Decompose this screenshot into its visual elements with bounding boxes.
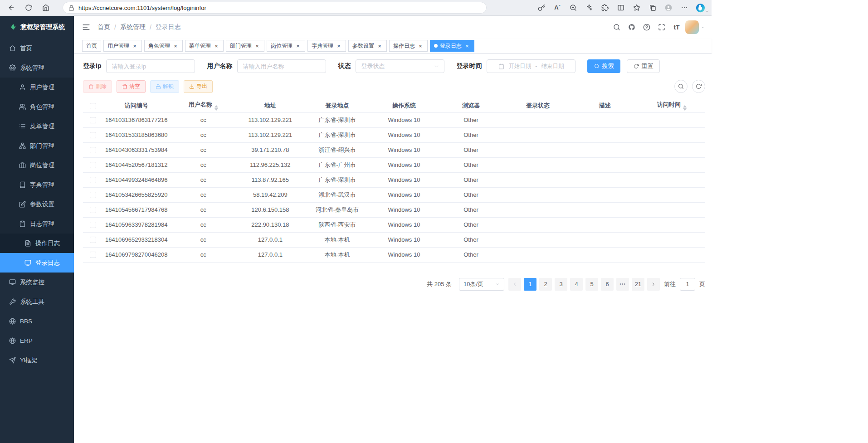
tab-5[interactable]: 岗位管理×: [267, 40, 305, 52]
sidebar-item-10[interactable]: 操作日志: [0, 234, 74, 253]
table-row[interactable]: 1641069652933218304cc127.0.0.1本地-本机Windo…: [83, 232, 705, 247]
copilot-button[interactable]: [693, 1, 707, 14]
column-header[interactable]: 操作系统: [371, 99, 438, 112]
split-screen-button[interactable]: [614, 1, 628, 14]
tab-7[interactable]: 参数设置×: [348, 40, 387, 52]
browser-home-button[interactable]: [39, 1, 53, 14]
row-checkbox[interactable]: [90, 132, 96, 138]
sidebar-item-8[interactable]: 参数设置: [0, 195, 74, 214]
extensions-button[interactable]: [598, 1, 612, 14]
refresh-list-button[interactable]: [692, 80, 705, 93]
translate-button[interactable]: [582, 1, 596, 14]
sidebar-item-14[interactable]: BBS: [0, 312, 74, 331]
menu-fold-icon[interactable]: [82, 23, 90, 31]
row-checkbox[interactable]: [90, 192, 96, 198]
row-checkbox[interactable]: [90, 162, 96, 168]
more-pages-button[interactable]: •••: [616, 278, 629, 291]
page-5-button[interactable]: 5: [585, 278, 598, 291]
refresh-button[interactable]: [22, 1, 35, 14]
tab-1[interactable]: 用户管理×: [103, 40, 142, 52]
prev-page-button[interactable]: [508, 278, 521, 291]
tab-2[interactable]: 角色管理×: [144, 40, 183, 52]
login-ip-input[interactable]: [106, 59, 195, 73]
page-1-button[interactable]: 1: [524, 278, 536, 291]
sidebar-item-16[interactable]: Yi框架: [0, 351, 74, 370]
search-button[interactable]: [611, 21, 623, 34]
delete-button[interactable]: 删除: [83, 80, 112, 93]
collections-button[interactable]: [646, 1, 659, 14]
sidebar-item-0[interactable]: 首页: [0, 39, 74, 58]
sidebar-item-1[interactable]: 系统管理: [0, 58, 74, 78]
address-bar[interactable]: https://ccnetcore.com:1101/system/log/lo…: [63, 2, 487, 14]
table-row[interactable]: 1641031533185863680cc113.102.129.221广东省-…: [83, 127, 705, 142]
row-checkbox[interactable]: [90, 147, 96, 153]
row-checkbox[interactable]: [90, 237, 96, 243]
page-6-button[interactable]: 6: [601, 278, 614, 291]
table-row[interactable]: 1641059633978281984cc222.90.130.18陕西省-西安…: [83, 217, 705, 232]
sidebar-item-9[interactable]: 日志管理: [0, 214, 74, 234]
sidebar-item-11[interactable]: 登录日志: [0, 253, 74, 273]
clear-button[interactable]: 清空: [117, 80, 146, 93]
page-size-select[interactable]: 10条/页: [459, 278, 504, 291]
tab-9[interactable]: 登录日志×: [430, 40, 474, 52]
more-button[interactable]: [678, 1, 691, 14]
column-header[interactable]: 访问编号: [103, 99, 170, 112]
sidebar-item-3[interactable]: 角色管理: [0, 97, 74, 117]
table-row[interactable]: 1641044993248464896cc113.87.92.165广东省-深圳…: [83, 172, 705, 187]
tab-close-icon[interactable]: ×: [376, 43, 383, 49]
table-row[interactable]: 1641031367863177216cc113.102.129.221广东省-…: [83, 112, 705, 127]
column-header[interactable]: 登录状态: [504, 99, 571, 112]
github-button[interactable]: [626, 21, 638, 34]
breadcrumb-item-home[interactable]: 首页: [98, 23, 110, 31]
column-header[interactable]: 登录地点: [304, 99, 371, 112]
sidebar-item-2[interactable]: 用户管理: [0, 78, 74, 97]
tab-8[interactable]: 操作日志×: [389, 40, 428, 52]
page-21-button[interactable]: 21: [632, 278, 644, 291]
table-row[interactable]: 1641053426655825920cc58.19.42.209湖北省-武汉市…: [83, 187, 705, 202]
row-checkbox[interactable]: [90, 252, 96, 258]
sidebar-item-6[interactable]: 岗位管理: [0, 156, 74, 175]
tab-close-icon[interactable]: ×: [254, 43, 260, 49]
column-header[interactable]: 访问时间: [638, 99, 705, 112]
table-row[interactable]: 1641054566717984768cc120.6.150.158河北省-秦皇…: [83, 202, 705, 217]
column-header[interactable]: 用户名称: [170, 99, 237, 112]
tab-0[interactable]: 首页: [82, 40, 101, 52]
fullscreen-button[interactable]: [656, 21, 668, 34]
tab-6[interactable]: 字典管理×: [307, 40, 346, 52]
question-button[interactable]: [641, 21, 653, 34]
user-menu[interactable]: [685, 20, 705, 34]
zoom-out-button[interactable]: [566, 1, 580, 14]
table-row[interactable]: 1641069798270046208cc127.0.0.1本地-本机Windo…: [83, 247, 705, 262]
sidebar-item-13[interactable]: 系统工具: [0, 292, 74, 312]
reset-button[interactable]: 重置: [627, 59, 660, 73]
row-checkbox[interactable]: [90, 177, 96, 183]
table-row[interactable]: 1641044520567181312cc112.96.225.132广东省-广…: [83, 157, 705, 172]
tab-close-icon[interactable]: ×: [213, 43, 219, 49]
page-2-button[interactable]: 2: [539, 278, 552, 291]
select-all-checkbox[interactable]: [90, 103, 96, 109]
table-row[interactable]: 1641043063331753984cc39.171.210.78浙江省-绍兴…: [83, 142, 705, 157]
next-page-button[interactable]: [647, 278, 660, 291]
read-aloud-button[interactable]: A”: [551, 1, 564, 14]
page-4-button[interactable]: 4: [570, 278, 583, 291]
row-checkbox[interactable]: [90, 117, 96, 123]
profile-button[interactable]: [662, 1, 675, 14]
key-button[interactable]: [535, 1, 548, 14]
tab-3[interactable]: 菜单管理×: [185, 40, 224, 52]
column-header[interactable]: 地址: [237, 99, 304, 112]
sidebar-item-7[interactable]: 字典管理: [0, 175, 74, 195]
sidebar-item-4[interactable]: 菜单管理: [0, 117, 74, 136]
sidebar-item-5[interactable]: 部门管理: [0, 136, 74, 156]
tab-close-icon[interactable]: ×: [417, 43, 424, 49]
sidebar-item-15[interactable]: ERP: [0, 331, 74, 351]
back-button[interactable]: [5, 1, 18, 14]
export-button[interactable]: 导出: [184, 80, 213, 93]
search-button[interactable]: 搜索: [587, 59, 620, 73]
tab-close-icon[interactable]: ×: [132, 43, 138, 49]
column-header[interactable]: 描述: [571, 99, 639, 112]
tab-close-icon[interactable]: ×: [464, 43, 470, 49]
login-time-range[interactable]: 开始日期 - 结束日期: [487, 59, 575, 73]
row-checkbox[interactable]: [90, 222, 96, 228]
unlock-button[interactable]: 解锁: [150, 80, 179, 93]
tab-close-icon[interactable]: ×: [336, 43, 342, 49]
